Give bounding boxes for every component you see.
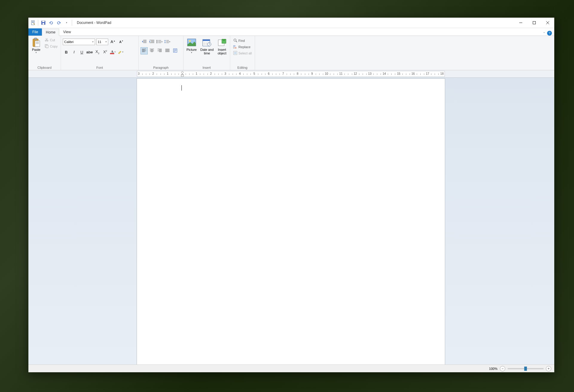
zoom-label: 100% (489, 367, 497, 370)
align-center-icon (150, 49, 154, 53)
svg-rect-63 (203, 39, 210, 41)
calendar-icon (202, 38, 212, 47)
qat-customize-button[interactable]: ▾ (63, 19, 70, 26)
align-center-button[interactable] (148, 47, 155, 54)
svg-rect-8 (533, 22, 535, 24)
help-button[interactable]: ? (547, 31, 552, 36)
svg-point-33 (157, 42, 158, 43)
redo-button[interactable] (56, 19, 62, 26)
highlight-button[interactable]: ▾ (117, 48, 124, 56)
shrink-font-icon: A▼ (119, 40, 123, 44)
align-right-button[interactable] (156, 47, 163, 54)
italic-button[interactable]: I (71, 48, 78, 56)
chevron-down-icon: ▾ (36, 51, 37, 54)
font-size-select[interactable]: 11▾ (96, 39, 108, 45)
line-spacing-icon (164, 39, 169, 45)
picture-icon (187, 38, 196, 47)
svg-rect-6 (42, 23, 44, 25)
copy-button[interactable]: Copy (43, 43, 59, 49)
bold-button[interactable]: B (63, 48, 70, 56)
bullet-list-button[interactable]: ▾ (156, 38, 163, 45)
close-button[interactable] (541, 18, 554, 28)
cut-button[interactable]: Cut (43, 37, 59, 43)
list-icon (156, 39, 161, 45)
svg-line-19 (46, 38, 48, 40)
zoom-thumb[interactable] (524, 367, 527, 371)
svg-point-61 (189, 40, 191, 42)
statusbar: 100% − + (28, 364, 554, 372)
group-editing: Find abac Replace Select all Editing (230, 36, 255, 70)
undo-button[interactable] (48, 19, 54, 26)
document-area: 123123456789101112131415161718 (28, 70, 554, 364)
svg-line-20 (46, 38, 47, 40)
document-page[interactable] (137, 79, 445, 364)
minimize-button[interactable] (514, 18, 527, 28)
font-color-button[interactable]: A▾ (109, 48, 117, 56)
svg-rect-22 (46, 45, 48, 48)
paste-button[interactable]: Paste ▾ (30, 37, 42, 54)
decrease-indent-button[interactable] (141, 38, 148, 45)
tab-file[interactable]: File (28, 28, 42, 36)
line-spacing-button[interactable]: ▾ (164, 38, 171, 45)
group-font: Calibri▾ 11▾ A▲ A▼ B I U abe (61, 36, 139, 70)
find-button[interactable]: Find (232, 38, 253, 44)
indent-marker[interactable] (181, 71, 184, 77)
ruler[interactable]: 123123456789101112131415161718 (137, 71, 445, 77)
save-button[interactable] (40, 19, 47, 26)
object-icon (217, 38, 227, 47)
font-color-icon: A (110, 50, 114, 54)
svg-point-18 (47, 40, 48, 41)
select-all-icon (233, 51, 237, 56)
svg-line-74 (236, 41, 237, 42)
strikethrough-button[interactable]: abe (86, 48, 93, 56)
svg-rect-12 (34, 38, 37, 40)
increase-indent-button[interactable] (148, 38, 155, 45)
copy-icon (45, 44, 49, 49)
replace-button[interactable]: abac Replace (232, 44, 253, 50)
paragraph-dialog-button[interactable] (172, 47, 179, 54)
svg-point-17 (45, 40, 46, 41)
superscript-button[interactable]: X2 (102, 48, 109, 56)
align-justify-button[interactable] (164, 47, 171, 54)
align-left-icon (142, 49, 146, 53)
replace-icon: abac (233, 45, 237, 49)
ribbon: Paste ▾ Cut Copy Clipboard (28, 36, 554, 70)
tab-home[interactable]: Home (42, 29, 59, 36)
search-icon (233, 38, 237, 43)
align-right-icon (158, 49, 162, 53)
ribbon-tabs: File Home View ⌃ ? (28, 28, 554, 36)
window-title: Document - WordPad (77, 21, 111, 25)
titlebar: ▾ Document - WordPad (28, 18, 554, 28)
highlight-icon (118, 50, 122, 55)
insert-object-button[interactable]: Insert object (216, 37, 228, 56)
maximize-button[interactable] (527, 18, 541, 28)
insert-picture-button[interactable]: Picture ▾ (185, 37, 198, 54)
group-clipboard: Paste ▾ Cut Copy Clipboard (28, 36, 61, 70)
zoom-slider[interactable] (508, 368, 544, 369)
subscript-button[interactable]: X2 (94, 48, 101, 56)
app-icon (30, 20, 36, 26)
collapse-ribbon-button[interactable]: ⌃ (543, 32, 545, 35)
align-left-button[interactable] (141, 47, 148, 54)
grow-font-icon: A▲ (111, 39, 115, 44)
svg-rect-78 (234, 52, 236, 54)
ruler-container: 123123456789101112131415161718 (28, 70, 554, 78)
paragraph-icon (173, 48, 177, 54)
select-all-button[interactable]: Select all (232, 50, 253, 56)
grow-font-button[interactable]: A▲ (109, 38, 117, 45)
align-justify-icon (165, 49, 170, 53)
zoom-out-button[interactable]: − (500, 366, 505, 371)
svg-rect-5 (42, 21, 45, 22)
tab-view[interactable]: View (59, 28, 75, 36)
insert-datetime-button[interactable]: Date and time (199, 37, 215, 56)
font-name-select[interactable]: Calibri▾ (63, 39, 95, 45)
underline-button[interactable]: U (78, 48, 86, 56)
scissors-icon (45, 38, 49, 42)
svg-text:ac: ac (234, 47, 237, 49)
outdent-icon (142, 39, 146, 45)
group-paragraph: ▾ ▾ Paragraph (139, 36, 184, 70)
shrink-font-button[interactable]: A▼ (118, 38, 125, 45)
svg-point-31 (157, 40, 158, 41)
zoom-in-button[interactable]: + (546, 366, 551, 371)
text-cursor (181, 85, 182, 91)
